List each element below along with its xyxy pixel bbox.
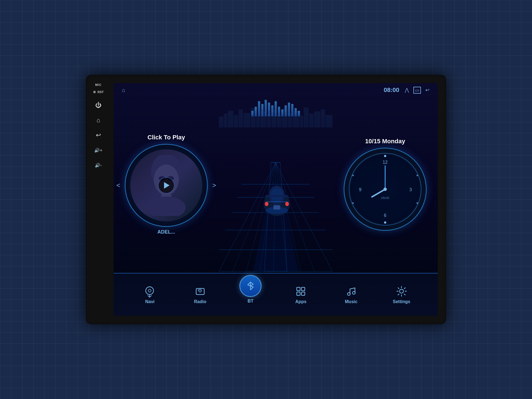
- svg-text:9: 9: [359, 187, 362, 192]
- svg-point-67: [383, 188, 387, 191]
- rst-label: RST: [98, 90, 104, 94]
- svg-rect-50: [273, 205, 280, 210]
- svg-rect-78: [301, 287, 305, 291]
- bluetooth-icon: [244, 280, 257, 292]
- car-svg: [264, 186, 290, 216]
- nav-item-navi[interactable]: Navi: [133, 285, 167, 304]
- home-button[interactable]: ⌂: [93, 115, 103, 125]
- home-icon-status[interactable]: ⌂: [122, 87, 125, 93]
- road-visualization: [219, 97, 332, 272]
- album-art-circle[interactable]: [125, 144, 208, 227]
- volume-up-button[interactable]: 🔊+: [93, 145, 103, 155]
- svg-text:12: 12: [383, 160, 388, 165]
- back-button[interactable]: ↩: [93, 130, 103, 140]
- status-bar: ⌂ 08:00 ⋀ ▭ ↩: [114, 83, 438, 97]
- recents-icon[interactable]: ▭: [413, 87, 421, 94]
- status-right: 08:00 ⋀ ▭ ↩: [384, 86, 429, 94]
- back-nav-icon[interactable]: ↩: [425, 87, 429, 93]
- svg-point-57: [416, 202, 418, 204]
- next-track-button[interactable]: >: [212, 181, 216, 189]
- apps-label: Apps: [295, 299, 306, 304]
- svg-point-69: [146, 287, 154, 295]
- svg-point-47: [265, 202, 268, 206]
- device-frame: MIC RST ⏻ ⌂ ↩ 🔊+ 🔊- ⌂ 08:00 ⋀ ▭ ↩: [86, 75, 446, 324]
- svg-point-59: [352, 202, 354, 204]
- svg-point-56: [416, 175, 418, 176]
- clock-section: 10/15 Monday 12: [332, 97, 438, 272]
- svg-point-48: [285, 202, 289, 206]
- svg-rect-76: [198, 290, 199, 290]
- play-triangle-icon: [164, 182, 170, 189]
- settings-label: Settings: [393, 299, 410, 304]
- play-button[interactable]: [158, 177, 175, 194]
- volume-down-button[interactable]: 🔊-: [93, 160, 103, 170]
- rst-row: RST: [93, 90, 104, 94]
- svg-text:3: 3: [410, 187, 412, 192]
- svg-text:clock: clock: [381, 196, 389, 200]
- music-label: Music: [345, 299, 357, 304]
- mic-label: MIC: [95, 83, 101, 86]
- svg-rect-51: [265, 195, 288, 197]
- svg-rect-77: [297, 287, 300, 291]
- nav-item-music[interactable]: Music: [334, 285, 368, 304]
- svg-point-83: [400, 289, 403, 293]
- clock-svg: 12 3 6 9: [346, 150, 424, 228]
- nav-item-apps[interactable]: Apps: [284, 285, 318, 304]
- bt-circle: [239, 275, 262, 297]
- date-label: 10/15 Monday: [365, 138, 405, 145]
- nav-item-bt[interactable]: BT: [234, 275, 267, 304]
- apps-icon: [295, 285, 307, 298]
- main-content: Click To Play <: [114, 97, 438, 272]
- power-button[interactable]: ⏻: [93, 100, 103, 110]
- svg-text:6: 6: [384, 213, 387, 218]
- music-icon: [345, 285, 357, 298]
- side-buttons-panel: MIC RST ⏻ ⌂ ↩ 🔊+ 🔊-: [86, 75, 111, 324]
- system-nav-icons: ⋀ ▭ ↩: [405, 87, 429, 94]
- radio-label: Radio: [194, 299, 206, 304]
- svg-rect-80: [301, 292, 305, 295]
- radio-icon: [194, 285, 206, 298]
- bt-label: BT: [247, 299, 253, 304]
- click-to-play-label: Click To Play: [147, 134, 185, 141]
- svg-marker-27: [253, 162, 298, 272]
- artist-name: ADEL...: [157, 229, 175, 235]
- main-screen: ⌂ 08:00 ⋀ ▭ ↩ Click To Play <: [114, 83, 438, 316]
- analog-clock[interactable]: 12 3 6 9: [344, 148, 427, 231]
- bottom-navigation: Navi Radio: [114, 273, 438, 316]
- navi-icon: [144, 285, 156, 298]
- nav-item-settings[interactable]: Settings: [385, 285, 418, 304]
- settings-icon: [395, 285, 408, 298]
- svg-point-3: [147, 196, 186, 216]
- svg-point-55: [384, 155, 386, 157]
- time-display: 08:00: [384, 86, 399, 94]
- prev-track-button[interactable]: <: [116, 181, 120, 189]
- svg-point-60: [352, 175, 354, 176]
- navi-label: Navi: [145, 299, 155, 304]
- svg-point-74: [200, 290, 200, 291]
- music-player-section: Click To Play <: [114, 97, 219, 272]
- rst-dot: [93, 91, 96, 93]
- svg-point-58: [384, 221, 386, 224]
- svg-rect-79: [297, 292, 300, 295]
- nav-item-radio[interactable]: Radio: [183, 285, 217, 304]
- center-visualization: [219, 97, 332, 272]
- svg-point-70: [148, 289, 151, 292]
- up-arrow-icon[interactable]: ⋀: [405, 87, 409, 93]
